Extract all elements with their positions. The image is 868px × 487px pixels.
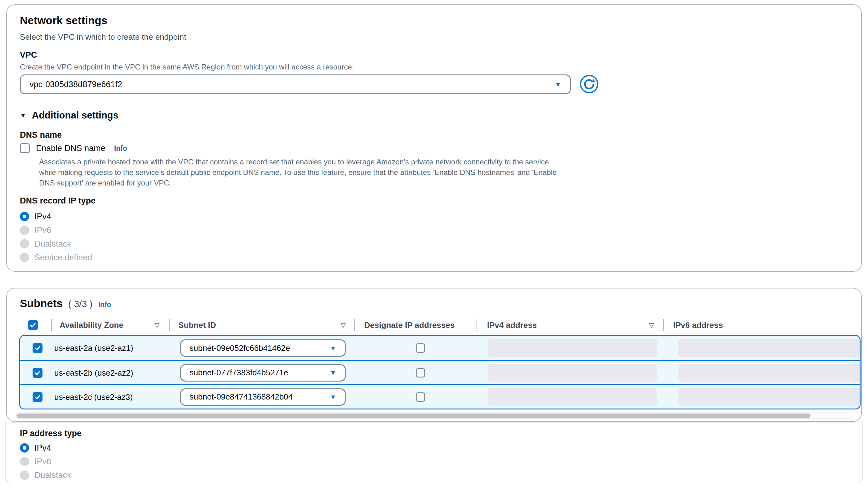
col-ipv6-address: IPv6 address	[673, 321, 723, 330]
ipv4-address-field-row2	[488, 364, 657, 382]
dns-name-label: DNS name	[20, 130, 62, 140]
radio-ip-ipv6: IPv6	[20, 455, 71, 468]
radio-dns-ipv6: IPv6	[20, 223, 92, 237]
dns-name-description: Associates a private hosted zone with th…	[39, 157, 557, 188]
additional-settings-toggle[interactable]: ▼ Additional settings	[20, 110, 119, 121]
refresh-button[interactable]	[580, 74, 599, 94]
column-divider	[169, 319, 170, 331]
ip-address-type-radio-group: IPv4 IPv6 Dualstack	[20, 441, 71, 482]
dns-record-ip-type-radio-group: IPv4 IPv6 Dualstack Service defined	[20, 210, 92, 264]
collapse-arrow-icon: ▼	[20, 112, 26, 119]
horizontal-scrollbar	[16, 413, 852, 419]
radio-selected-icon	[20, 443, 29, 453]
table-row: us-east-2a (use2-az1) subnet-09e052fc66b…	[20, 336, 860, 360]
subnets-card: Subnets ( 3/3 ) Info Availability Zone ▽…	[6, 288, 862, 422]
subnet-select-value: subnet-09e84741368842b04	[190, 392, 293, 402]
designate-ip-checkbox-row2[interactable]	[416, 368, 425, 377]
radio-disabled-icon	[20, 457, 29, 466]
col-designate-ip: Designate IP addresses	[364, 321, 455, 330]
radio-label: Dualstack	[34, 239, 71, 249]
scrollbar-thumb[interactable]	[17, 414, 811, 418]
column-divider	[354, 319, 355, 331]
subnets-table-header: Availability Zone ▽ Subnet ID ▽ Designat…	[7, 317, 861, 333]
subnet-select-value: subnet-077f7383fd4b5271e	[190, 368, 288, 377]
vpc-label: VPC	[20, 50, 37, 60]
radio-label: IPv4	[34, 212, 51, 221]
dns-description-line: while making requests to the service’s d…	[39, 167, 557, 178]
availability-zone-cell: us-east-2b (use2-az2)	[54, 368, 133, 377]
check-icon	[34, 393, 41, 401]
dns-name-info-link[interactable]: Info	[114, 144, 127, 153]
availability-zone-cell: us-east-2a (use2-az1)	[54, 343, 133, 353]
radio-disabled-icon	[20, 239, 29, 248]
sort-icon[interactable]: ▽	[341, 322, 346, 329]
subnets-count: ( 3/3 )	[68, 299, 92, 309]
radio-dns-dualstack: Dualstack	[20, 237, 92, 251]
dns-description-line: DNS support’ are enabled for your VPC.	[39, 178, 557, 188]
check-icon	[29, 322, 37, 329]
designate-ip-checkbox-row3[interactable]	[416, 392, 425, 402]
ipv6-address-field-row1	[678, 339, 861, 357]
sort-icon[interactable]: ▽	[154, 322, 159, 329]
radio-dns-ipv4[interactable]: IPv4	[20, 210, 92, 223]
select-all-checkbox[interactable]	[28, 320, 38, 330]
radio-ip-ipv4[interactable]: IPv4	[20, 441, 71, 455]
vpc-select[interactable]: vpc-0305d38d879e661f2 ▼	[20, 74, 571, 94]
radio-label: Service defined	[34, 253, 92, 263]
check-icon	[34, 369, 41, 376]
radio-disabled-icon	[20, 470, 29, 480]
radio-label: IPv6	[34, 225, 51, 235]
ipv4-address-field-row1	[488, 339, 657, 357]
radio-ip-dualstack: Dualstack	[20, 468, 71, 482]
radio-selected-icon	[20, 212, 29, 221]
dns-description-line: Associates a private hosted zone with th…	[39, 157, 557, 167]
subnet-select-row3[interactable]: subnet-09e84741368842b04 ▼	[180, 388, 346, 406]
designate-ip-checkbox-row1[interactable]	[416, 343, 425, 353]
additional-settings-title: Additional settings	[32, 110, 119, 121]
col-subnet-id: Subnet ID	[178, 321, 216, 330]
col-availability-zone: Availability Zone	[60, 321, 123, 330]
column-divider	[663, 319, 664, 331]
availability-zone-cell: us-east-2c (use2-az3)	[54, 392, 133, 402]
row-checkbox-1[interactable]	[33, 343, 42, 353]
radio-dns-service-defined: Service defined	[20, 251, 92, 264]
column-divider	[51, 319, 52, 331]
section-divider	[7, 102, 861, 102]
ip-address-type-label: IP address type	[20, 429, 82, 438]
subnets-title: Subnets	[20, 297, 63, 310]
dns-record-ip-type-label: DNS record IP type	[20, 196, 96, 206]
subnets-table-body: us-east-2a (use2-az1) subnet-09e052fc66b…	[19, 335, 861, 409]
row-checkbox-2[interactable]	[33, 368, 42, 378]
caret-down-icon: ▼	[330, 394, 336, 400]
page-title: Network settings	[20, 14, 107, 27]
caret-down-icon: ▼	[330, 345, 336, 352]
refresh-icon	[580, 74, 599, 94]
check-icon	[34, 344, 41, 352]
radio-label: IPv4	[34, 443, 51, 453]
ip-address-type-section: IP address type IPv4 IPv6 Dualstack	[5, 422, 863, 483]
radio-label: Dualstack	[34, 470, 71, 480]
subnet-select-row1[interactable]: subnet-09e052fc66b41462e ▼	[180, 339, 346, 357]
row-checkbox-3[interactable]	[33, 392, 42, 402]
ipv4-address-field-row3	[488, 388, 657, 406]
sort-icon[interactable]: ▽	[649, 322, 654, 329]
radio-label: IPv6	[34, 457, 51, 466]
radio-disabled-icon	[20, 253, 29, 262]
ipv6-address-field-row3	[678, 388, 861, 406]
table-row: us-east-2c (use2-az3) subnet-09e84741368…	[20, 384, 860, 408]
subnet-select-row2[interactable]: subnet-077f7383fd4b5271e ▼	[180, 364, 346, 382]
enable-dns-name-checkbox[interactable]	[20, 143, 30, 153]
enable-dns-name-checkbox-label: Enable DNS name	[36, 144, 105, 153]
caret-down-icon: ▼	[555, 81, 561, 88]
network-settings-subtitle: Select the VPC in which to create the en…	[20, 32, 186, 42]
network-settings-card: Network settings Select the VPC in which…	[6, 4, 862, 272]
subnets-info-link[interactable]: Info	[98, 301, 111, 309]
vpc-select-value: vpc-0305d38d879e661f2	[29, 80, 122, 89]
caret-down-icon: ▼	[330, 369, 336, 376]
col-ipv4-address: IPv4 address	[487, 321, 537, 330]
radio-disabled-icon	[20, 225, 29, 235]
ipv6-address-field-row2	[678, 364, 861, 382]
column-divider	[476, 319, 477, 331]
vpc-description: Create the VPC endpoint in the VPC in th…	[20, 63, 354, 71]
table-row: us-east-2b (use2-az2) subnet-077f7383fd4…	[20, 360, 860, 384]
